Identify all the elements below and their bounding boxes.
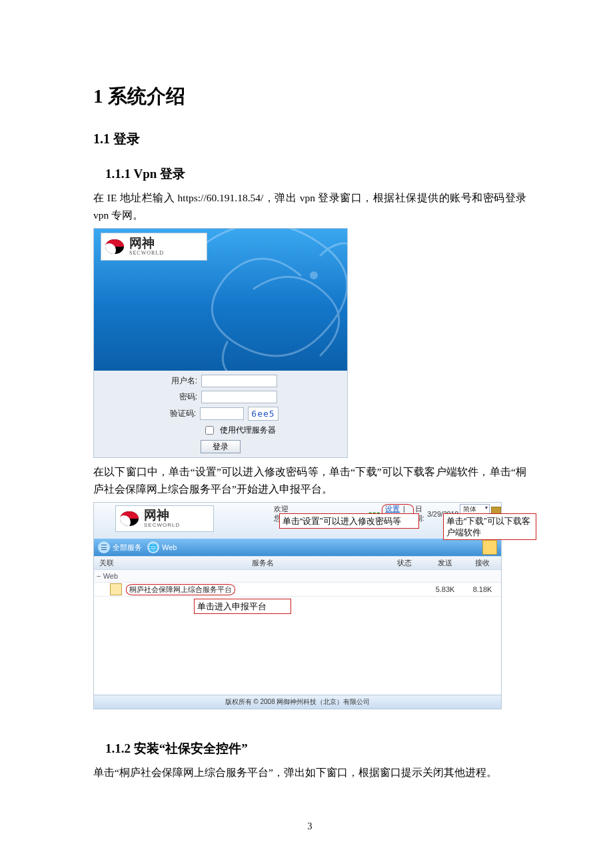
- figure-vpn-login: 网神 SECWORLD 用户名:: [93, 228, 348, 458]
- globe-icon: 🌐: [147, 541, 159, 553]
- tool-all-label: 全部服务: [113, 543, 142, 553]
- login-banner: 网神 SECWORLD: [94, 229, 347, 371]
- group-label: Web: [103, 572, 118, 580]
- service-link[interactable]: 桐庐社会保障网上综合服务平台: [126, 584, 235, 595]
- svg-point-0: [310, 271, 318, 279]
- service-row[interactable]: 桐庐社会保障网上综合服务平台 5.83K 8.18K: [94, 583, 501, 597]
- service-group-web[interactable]: − Web: [94, 570, 501, 583]
- logo-text-cn: 网神: [144, 509, 180, 522]
- logo: 网神 SECWORLD: [115, 505, 214, 532]
- login-button[interactable]: 登录: [201, 440, 241, 453]
- figure-service-portal: 网神 SECWORLD 欢迎您, t1 ▮▮▮ 设置 | 下载 日期:3/29/…: [93, 502, 502, 709]
- col-service-name: 服务名: [143, 558, 382, 568]
- paragraph-2: 在以下窗口中，单击“设置”可以进入修改密码等，单击“下载”可以下载客户端软件，单…: [93, 463, 526, 498]
- captcha-label: 验证码:: [163, 408, 196, 419]
- tool-web-label: Web: [162, 543, 177, 551]
- password-label: 密码:: [164, 391, 197, 403]
- document-page: 1 系统介绍 1.1 登录 1.1.1 Vpn 登录 在 IE 地址栏输入 ht…: [0, 0, 613, 868]
- username-input[interactable]: [201, 375, 277, 387]
- col-status: 状态: [382, 558, 426, 568]
- heading-h2: 1.1 登录: [93, 130, 526, 148]
- captcha-input[interactable]: [200, 407, 244, 420]
- heading-h3-vpn: 1.1.1 Vpn 登录: [105, 165, 526, 183]
- paragraph-3: 单击“桐庐社会保障网上综合服务平台”，弹出如下窗口，根据窗口提示关闭其他进程。: [93, 764, 526, 781]
- paragraph-1: 在 IE 地址栏输入 https://60.191.18.54/，弹出 vpn …: [93, 189, 526, 224]
- logo-mark-icon: [120, 511, 139, 526]
- captcha-image[interactable]: 6ee5: [248, 407, 279, 421]
- service-list: 桐庐社会保障网上综合服务平台 5.83K 8.18K 单击进入申报平台: [94, 583, 501, 695]
- table-header: 关联 服务名 状态 发送 接收: [94, 556, 501, 570]
- proxy-checkbox[interactable]: [205, 426, 214, 435]
- portal-toolbar: ☰ 全部服务 🌐 Web: [94, 539, 501, 556]
- cell-recv: 8.18K: [464, 585, 501, 593]
- heading-h1: 1 系统介绍: [93, 83, 526, 110]
- tool-all-services[interactable]: ☰ 全部服务: [98, 541, 142, 553]
- heading-h3-install: 1.1.2 安装“社保安全控件”: [105, 740, 526, 757]
- dragon-art-icon: [187, 229, 347, 371]
- proxy-label: 使用代理服务器: [220, 425, 276, 436]
- col-relation: 关联: [94, 558, 143, 568]
- annotation-settings: 单击“设置”可以进入修改密码等: [279, 513, 419, 529]
- service-icon: [110, 583, 122, 595]
- collapse-icon: −: [97, 572, 101, 581]
- cell-send: 5.83K: [426, 585, 464, 593]
- logo-text-cn: 网神: [129, 237, 164, 250]
- copyright-text: 版权所有 © 2008 网御神州科技（北京）有限公司: [225, 697, 370, 707]
- annotation-enter: 单击进入申报平台: [194, 599, 291, 614]
- col-recv: 接收: [464, 558, 501, 568]
- portal-footer: 版权所有 © 2008 网御神州科技（北京）有限公司: [94, 695, 501, 709]
- username-label: 用户名:: [164, 375, 197, 387]
- annotation-download: 单击“下载”可以下载客户端软件: [443, 513, 536, 540]
- toolbar-right-icon[interactable]: [482, 540, 497, 555]
- page-number: 3: [93, 821, 526, 832]
- portal-header: 网神 SECWORLD 欢迎您, t1 ▮▮▮ 设置 | 下载 日期:3/29/…: [94, 503, 501, 539]
- logo-text-en: SECWORLD: [129, 250, 164, 257]
- col-send: 发送: [426, 558, 464, 568]
- login-form: 用户名: 密码: 验证码: 6ee5 使用代理服务器 登录: [94, 371, 347, 457]
- password-input[interactable]: [201, 391, 277, 403]
- all-services-icon: ☰: [98, 541, 110, 553]
- logo-text-en: SECWORLD: [144, 522, 180, 529]
- logo: 网神 SECWORLD: [101, 233, 207, 261]
- settings-link[interactable]: 设置: [385, 505, 400, 513]
- tool-web[interactable]: 🌐 Web: [147, 541, 177, 553]
- logo-mark-icon: [105, 239, 124, 254]
